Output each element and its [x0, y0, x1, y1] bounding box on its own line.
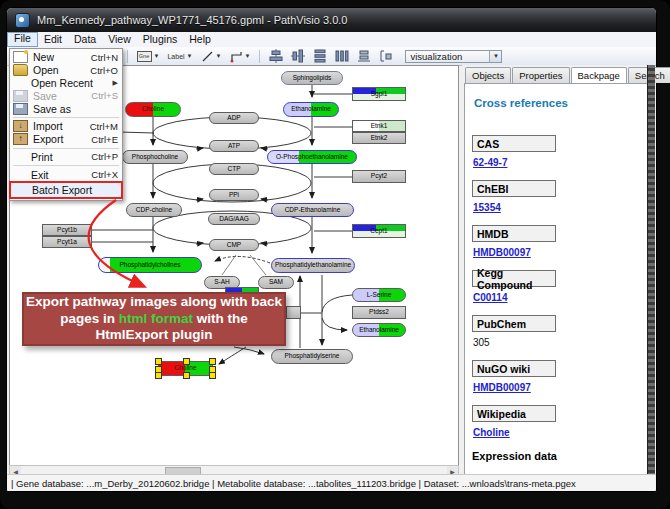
- tab-properties[interactable]: Properties: [512, 67, 569, 83]
- pathway-node-sphingolipids[interactable]: Sphingolipids: [281, 71, 343, 85]
- reference-link[interactable]: HMDB00097: [473, 247, 531, 258]
- pathway-node-ctp[interactable]: CTP: [209, 163, 259, 175]
- selection-handle[interactable]: [209, 372, 216, 379]
- distribute-vertical-button[interactable]: [312, 49, 328, 64]
- pathway-node-label: ADP: [227, 115, 240, 122]
- menu-data[interactable]: Data: [68, 33, 102, 46]
- menu-plugins[interactable]: Plugins: [137, 33, 183, 46]
- pathway-node-sam[interactable]: SAM: [258, 276, 294, 289]
- align-vertical-center-button[interactable]: [268, 49, 284, 64]
- menu-view[interactable]: View: [102, 33, 137, 46]
- connector-tool-button[interactable]: ▼: [229, 49, 252, 64]
- label-tool-button[interactable]: Label ▼: [166, 49, 193, 64]
- menu-item-open[interactable]: OpenCtrl+O: [10, 64, 122, 77]
- menu-edit[interactable]: Edit: [38, 33, 68, 46]
- selection-handle[interactable]: [183, 358, 190, 365]
- pathway-node-cept1[interactable]: Cept1: [352, 224, 406, 238]
- pathway-node-atp[interactable]: ATP: [209, 140, 259, 152]
- pathway-node-label: Ptdss2: [369, 309, 389, 316]
- connector-icon: [230, 50, 243, 63]
- chevron-down-icon[interactable]: ▼: [154, 53, 160, 59]
- tab-objects[interactable]: Objects: [465, 67, 511, 83]
- pathway-node-cdp_choline[interactable]: CDP-choline: [126, 203, 182, 217]
- chevron-down-icon[interactable]: ▼: [187, 53, 193, 59]
- reference-section: WikipediaCholine: [465, 405, 648, 440]
- pathway-node-pcyt1a[interactable]: Pcyt1a: [42, 236, 92, 248]
- pathway-node-ethanolamine_top[interactable]: Ethanolamine: [283, 102, 339, 117]
- reference-link[interactable]: HMDB00097: [473, 382, 531, 393]
- pathway-node-label: DAG/AAG: [219, 216, 249, 223]
- pathway-node-etnk1[interactable]: Etnk1: [352, 120, 406, 132]
- menu-item-save[interactable]: SaveCtrl+S: [10, 89, 122, 102]
- menu-item-label: New: [33, 51, 54, 63]
- selection-handle[interactable]: [183, 372, 190, 379]
- pathway-node-ethanolamine_bottom[interactable]: Ethanolamine: [352, 323, 406, 337]
- menu-item-print[interactable]: PrintCtrl+P: [10, 151, 122, 164]
- pathway-node-label: L-Serine: [367, 292, 392, 299]
- menu-help[interactable]: Help: [183, 33, 217, 46]
- chevron-down-icon[interactable]: ▼: [245, 53, 251, 59]
- stack-button[interactable]: [356, 49, 372, 64]
- chevron-down-icon[interactable]: ▼: [489, 51, 501, 62]
- reference-header: NuGO wiki: [472, 360, 556, 377]
- pathway-node-phosphatidylethanolamine[interactable]: Phosphatidylethanolamine: [271, 258, 355, 273]
- pathway-node-phosphatidylserine[interactable]: Phosphatidylserine: [271, 349, 353, 364]
- pathway-node-cmp[interactable]: CMP: [209, 239, 259, 251]
- reference-value: 305: [473, 337, 648, 350]
- reference-link[interactable]: 62-49-7: [473, 157, 507, 168]
- chevron-down-icon[interactable]: ▼: [216, 53, 222, 59]
- reference-link[interactable]: C00114: [473, 292, 507, 303]
- pathway-node-pcyt1b[interactable]: Pcyt1b: [42, 224, 92, 236]
- line-icon: [201, 50, 214, 63]
- selection-handle[interactable]: [155, 358, 162, 365]
- menu-item-save-as[interactable]: Save as: [10, 102, 122, 115]
- file-menu-popup: NewCtrl+NOpenCtrl+OOpen Recent▶SaveCtrl+…: [9, 48, 123, 201]
- pathway-node-adp[interactable]: ADP: [209, 112, 259, 124]
- open-folder-icon: [13, 64, 28, 76]
- pathway-node-dag[interactable]: DAG/AAG: [208, 213, 260, 225]
- menu-separator: [13, 117, 119, 118]
- pathway-node-cdp_ethanolamine[interactable]: CDP-Ethanolamine: [271, 203, 354, 217]
- menu-file[interactable]: File: [7, 32, 38, 47]
- selection-handle[interactable]: [209, 358, 216, 365]
- pathway-node-o_phosphoethanolamine[interactable]: O-Phosphoethanolamine: [267, 150, 357, 164]
- pathway-node-label: Sphingolipids: [293, 75, 332, 82]
- pathway-node-choline_top[interactable]: Choline: [125, 102, 181, 117]
- pathway-node-phosphatidylcholines[interactable]: Phosphatidylcholines: [98, 257, 202, 273]
- menu-item-shortcut: Ctrl+X: [91, 169, 118, 180]
- reference-link[interactable]: 15354: [473, 202, 501, 213]
- pathway-node-phosphocholine[interactable]: Phosphocholine: [122, 150, 188, 164]
- gene-product-tool-button[interactable]: Gne ▼: [136, 49, 161, 64]
- line-tool-button[interactable]: ▼: [200, 49, 223, 64]
- vertical-scrollbar[interactable]: [647, 65, 655, 477]
- menu-item-shortcut: Ctrl+M: [90, 121, 118, 132]
- pathway-node-pcyt2[interactable]: Pcyt2: [352, 170, 406, 183]
- distribute-horizontal-button[interactable]: [334, 49, 350, 64]
- pathway-node-etnk2[interactable]: Etnk2: [352, 132, 406, 144]
- visualization-combobox[interactable]: visualization ▼: [405, 50, 502, 63]
- menu-item-import[interactable]: ↓ImportCtrl+M: [10, 120, 122, 133]
- reference-link[interactable]: Choline: [473, 427, 510, 438]
- pathway-node-pisd_hidden[interactable]: [286, 306, 301, 319]
- menu-item-label: Save: [33, 90, 57, 102]
- selection-handle[interactable]: [155, 372, 162, 379]
- export-icon: ↑: [13, 133, 28, 145]
- menu-item-shortcut: Ctrl+S: [91, 90, 118, 101]
- titlebar[interactable]: Mm_Kennedy_pathway_WP1771_45176.gpml - P…: [7, 8, 656, 32]
- menu-item-new[interactable]: NewCtrl+N: [10, 51, 122, 64]
- menu-item-exit[interactable]: ExitCtrl+X: [10, 168, 122, 181]
- pathway-node-ptdss2[interactable]: Ptdss2: [352, 306, 406, 319]
- pathway-node-label: O-Phosphoethanolamine: [276, 154, 348, 161]
- menu-item-open-recent[interactable]: Open Recent▶: [10, 77, 122, 90]
- pathway-node-ppi[interactable]: PPi: [209, 189, 259, 201]
- pathway-node-l_serine[interactable]: L-Serine: [352, 288, 406, 302]
- pathway-node-choline_selected[interactable]: Choline: [158, 361, 213, 376]
- menu-item-batch-export[interactable]: Batch Export: [11, 183, 121, 197]
- align-horizontal-center-icon: [291, 49, 305, 63]
- pathway-node-label: Phosphatidylcholines: [119, 262, 180, 269]
- tab-backpage[interactable]: Backpage: [571, 67, 627, 83]
- menu-item-export[interactable]: ↑ExportCtrl+E: [10, 133, 122, 146]
- pathway-node-sgpl1[interactable]: Sgpl1: [352, 87, 406, 101]
- align-horizontal-center-button[interactable]: [290, 49, 306, 64]
- group-button[interactable]: [378, 49, 394, 64]
